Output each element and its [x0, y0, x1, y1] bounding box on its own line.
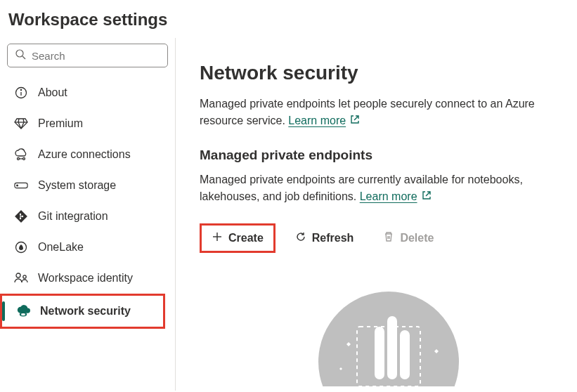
sidebar-item-onelake[interactable]: OneLake [0, 232, 175, 263]
search-input[interactable] [32, 50, 160, 62]
sidebar-item-label: Premium [38, 117, 83, 130]
intro-paragraph: Managed private endpoints let people sec… [200, 96, 577, 129]
toolbar: Create Refresh [200, 223, 577, 253]
learn-more-label: Learn more [288, 112, 346, 129]
sidebar-item-about[interactable]: About [0, 77, 175, 108]
delete-label: Delete [400, 232, 434, 244]
page-title: Workspace settings [0, 0, 577, 38]
section-paragraph: Managed private endpoints are currently … [200, 171, 577, 205]
create-button[interactable]: Create [200, 223, 275, 253]
main-heading: Network security [200, 62, 577, 84]
search-box[interactable] [7, 44, 168, 67]
sidebar-item-git-integration[interactable]: Git integration [0, 201, 175, 232]
sidebar-item-workspace-identity[interactable]: Workspace identity [0, 263, 175, 294]
external-link-icon [422, 188, 432, 205]
svg-line-1 [22, 56, 25, 59]
svg-rect-32 [400, 330, 410, 379]
sidebar-item-label: About [38, 86, 67, 99]
learn-more-label: Learn more [360, 188, 417, 205]
svg-line-22 [354, 116, 358, 120]
search-icon [15, 48, 26, 63]
svg-line-23 [426, 192, 430, 196]
learn-more-link-2[interactable]: Learn more [360, 188, 432, 205]
svg-point-4 [20, 89, 21, 90]
svg-rect-31 [387, 316, 397, 379]
create-label: Create [228, 232, 264, 244]
refresh-label: Refresh [312, 232, 354, 244]
svg-point-6 [23, 158, 25, 160]
network-security-icon [16, 304, 30, 318]
svg-point-20 [20, 313, 21, 315]
svg-rect-30 [375, 327, 384, 379]
svg-point-21 [25, 313, 27, 315]
sidebar: About Premium [0, 38, 176, 391]
svg-point-18 [23, 275, 26, 278]
trash-icon [383, 231, 394, 245]
sidebar-item-azure-connections[interactable]: Azure connections [0, 139, 175, 170]
intro-text: Managed private endpoints let people sec… [200, 98, 535, 126]
empty-state-illustration [200, 288, 577, 386]
sidebar-item-label: Network security [40, 305, 131, 318]
sidebar-item-label: OneLake [38, 241, 84, 254]
nav-list: About Premium [0, 77, 175, 329]
onelake-icon [14, 240, 28, 254]
storage-icon [14, 178, 28, 192]
cloud-link-icon [14, 148, 28, 162]
sidebar-item-label: System storage [38, 179, 116, 192]
sidebar-item-label: Workspace identity [38, 272, 133, 285]
sidebar-item-label: Git integration [38, 210, 108, 223]
external-link-icon [350, 112, 360, 129]
sidebar-item-label: Azure connections [38, 148, 131, 161]
info-icon [14, 86, 28, 100]
sidebar-item-premium[interactable]: Premium [0, 108, 175, 139]
identity-icon [14, 271, 28, 285]
svg-point-17 [16, 273, 20, 277]
sidebar-item-network-security[interactable]: Network security [0, 294, 165, 329]
delete-button: Delete [373, 226, 443, 251]
svg-point-9 [17, 185, 18, 186]
main-content: Network security Managed private endpoin… [176, 38, 577, 391]
git-icon [14, 209, 28, 223]
svg-point-5 [18, 158, 20, 160]
refresh-icon [295, 231, 306, 245]
learn-more-link[interactable]: Learn more [288, 112, 360, 129]
plus-icon [212, 231, 223, 245]
diamond-icon [14, 117, 28, 131]
svg-point-0 [16, 50, 23, 57]
refresh-button[interactable]: Refresh [285, 226, 364, 251]
sidebar-item-system-storage[interactable]: System storage [0, 170, 175, 201]
section-heading: Managed private endpoints [200, 148, 577, 163]
